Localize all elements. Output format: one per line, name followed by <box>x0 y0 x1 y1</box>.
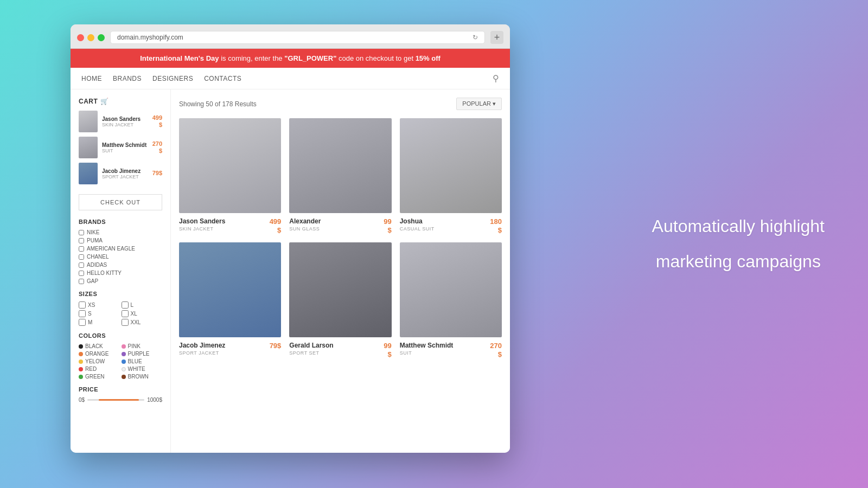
color-filter-item[interactable]: YELOW <box>79 358 120 364</box>
product-name: Joshua <box>400 217 435 225</box>
cart-item[interactable]: Matthew Schmidt SUIT 270$ <box>79 137 162 158</box>
color-swatch <box>79 367 83 371</box>
nav-designers[interactable]: DESIGNERS <box>152 75 193 82</box>
size-filter-item[interactable]: L <box>122 301 163 309</box>
product-area-header: Showing 50 of 178 Results POPULAR ▾ <box>179 98 502 110</box>
color-filter-item[interactable]: WHITE <box>122 366 163 372</box>
color-swatch <box>122 344 126 349</box>
tagline: Automatically highlight marketing campai… <box>652 214 825 274</box>
size-filter-item[interactable]: XXL <box>122 319 163 326</box>
product-name: Jason Sanders <box>179 217 225 225</box>
browser-chrome: domain.myshopify.com ↻ + <box>71 24 510 49</box>
size-filter-item[interactable]: XL <box>122 310 163 317</box>
product-card[interactable]: Joshua CASUAL SUIT 180$ <box>400 118 502 234</box>
colors-grid: BLACK PINK ORANGE PURPLE YELOW BLUE RED … <box>79 343 162 380</box>
nav-brands[interactable]: BRANDS <box>113 75 142 82</box>
product-image-placeholder <box>179 118 281 213</box>
results-count: Showing 50 of 178 Results <box>179 100 257 108</box>
product-type: SPORT SET <box>289 350 333 356</box>
product-price: 79$ <box>270 342 282 350</box>
cart-icon: 🛒 <box>100 98 109 105</box>
nav-home[interactable]: HOME <box>81 75 102 82</box>
color-filter-item[interactable]: RED <box>79 366 120 372</box>
refresh-icon[interactable]: ↻ <box>473 34 478 41</box>
color-swatch <box>122 359 126 364</box>
banner-brand: International Men's Day <box>140 54 219 62</box>
product-image <box>289 118 391 213</box>
checkout-button[interactable]: CHECK OUT <box>79 194 162 210</box>
color-filter-item[interactable]: PINK <box>122 343 163 349</box>
product-type: SUN GLASS <box>289 226 321 232</box>
color-filter-item[interactable]: PURPLE <box>122 351 163 357</box>
size-filter-item[interactable]: S <box>79 310 120 317</box>
product-card[interactable]: Alexander SUN GLASS 99$ <box>289 118 391 234</box>
cart-item-name: Jason Sanders <box>102 116 148 122</box>
brand-filter-item[interactable]: GAP <box>79 278 162 284</box>
product-type: SUIT <box>400 350 454 356</box>
color-filter-item[interactable]: GREEN <box>79 374 120 380</box>
color-filter-item[interactable]: BLUE <box>122 358 163 364</box>
store-content: International Men's Day is coming, enter… <box>71 49 510 453</box>
address-bar[interactable]: domain.myshopify.com ↻ <box>110 31 485 44</box>
color-filter-item[interactable]: BLACK <box>79 343 120 349</box>
price-slider[interactable] <box>87 399 144 401</box>
cart-item[interactable]: Jacob Jimenez SPORT JACKET 79$ <box>79 163 162 184</box>
brand-filter-item[interactable]: CHANEL <box>79 254 162 260</box>
cart-item-price: 270$ <box>152 140 162 155</box>
sizes-filter: SIZES XS L S XL M XXL <box>79 291 162 326</box>
banner-middle: is coming, enter the <box>219 54 285 62</box>
cart-title: CART 🛒 <box>79 98 162 105</box>
product-image <box>179 242 281 337</box>
banner-discount: 15% off <box>416 54 441 62</box>
brand-filter-item[interactable]: HELLO KITTY <box>79 270 162 276</box>
product-card[interactable]: Matthew Schmidt SUIT 270$ <box>400 242 502 358</box>
cart-item-image <box>79 137 98 158</box>
product-name: Gerald Larson <box>289 342 333 349</box>
price-range: 0$ 1000$ <box>79 397 162 403</box>
brand-filter-item[interactable]: PUMA <box>79 237 162 243</box>
product-image-placeholder <box>400 242 502 337</box>
product-info: Jacob Jimenez SPORT JACKET 79$ <box>179 342 281 356</box>
cart-item-image <box>79 111 98 132</box>
product-card[interactable]: Gerald Larson SPORT SET 99$ <box>289 242 391 358</box>
close-button[interactable] <box>77 34 84 41</box>
product-type: SKIN JACKET <box>179 226 225 232</box>
cart-item-info: Matthew Schmidt SUIT <box>102 142 148 153</box>
tagline-line1: Automatically highlight <box>652 214 825 239</box>
right-panel: Automatically highlight marketing campai… <box>652 214 825 274</box>
cart-item[interactable]: Jason Sanders SKIN JACKET 499$ <box>79 111 162 132</box>
product-image <box>400 118 502 213</box>
cart-item-image <box>79 163 98 184</box>
cart-item-price: 79$ <box>152 170 162 177</box>
minimize-button[interactable] <box>87 34 94 41</box>
new-tab-button[interactable]: + <box>490 31 503 44</box>
price-min: 0$ <box>79 397 85 403</box>
sizes-filter-title: SIZES <box>79 291 162 297</box>
banner-after: code on checkout to get <box>336 54 415 62</box>
main-nav: HOME BRANDS DESIGNERS CONTACTS ⚲ <box>71 68 510 89</box>
size-filter-item[interactable]: XS <box>79 301 120 309</box>
brand-filter-item[interactable]: NIKE <box>79 229 162 235</box>
product-info: Jason Sanders SKIN JACKET 499$ <box>179 217 281 234</box>
size-filter-item[interactable]: M <box>79 319 120 326</box>
color-filter-item[interactable]: BROWN <box>122 374 163 380</box>
nav-contacts[interactable]: CONTACTS <box>204 75 241 82</box>
product-image-placeholder <box>289 242 391 337</box>
colors-filter-title: COLORS <box>79 332 162 339</box>
product-info: Joshua CASUAL SUIT 180$ <box>400 217 502 234</box>
product-details: Joshua CASUAL SUIT <box>400 217 435 232</box>
product-name: Matthew Schmidt <box>400 342 454 349</box>
brand-filter-item[interactable]: ADIDAS <box>79 262 162 268</box>
product-card[interactable]: Jason Sanders SKIN JACKET 499$ <box>179 118 281 234</box>
window-controls <box>77 34 105 41</box>
product-card[interactable]: Jacob Jimenez SPORT JACKET 79$ <box>179 242 281 358</box>
sort-dropdown[interactable]: POPULAR ▾ <box>456 98 502 110</box>
color-swatch <box>79 375 83 379</box>
brand-filter-item[interactable]: AMERICAN EAGLE <box>79 246 162 252</box>
product-image-placeholder <box>400 118 502 213</box>
color-filter-item[interactable]: ORANGE <box>79 351 120 357</box>
search-icon[interactable]: ⚲ <box>493 73 499 84</box>
product-price: 270$ <box>490 342 502 358</box>
product-image <box>289 242 391 337</box>
maximize-button[interactable] <box>98 34 105 41</box>
